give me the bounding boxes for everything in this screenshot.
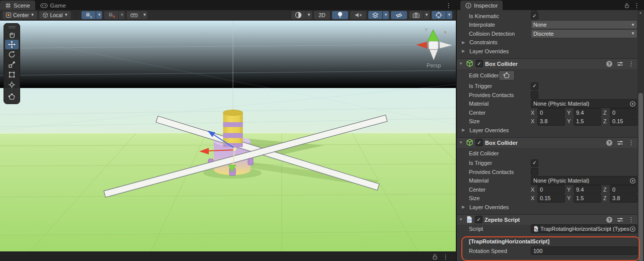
view-hand-tool[interactable] [5,30,19,39]
provides-contacts-checkbox[interactable] [531,91,538,99]
grid-snapping-dropdown[interactable]: ▼ [119,11,125,19]
draw-mode-dropdown[interactable]: ▼ [306,11,312,19]
constraints-foldout[interactable]: ▶ Constraints [457,38,637,47]
move-tool[interactable] [5,40,19,49]
projection-label[interactable]: Persp [427,62,441,68]
mode-2d-toggle[interactable]: 2D [314,11,330,19]
inspector-menu-kebab[interactable]: ⋮ [633,2,640,9]
is-kinematic-checkbox[interactable] [531,12,538,20]
pivot-mode-button[interactable]: Center ▼ [3,11,37,19]
presets-icon[interactable] [617,217,623,223]
box-collider-1-header[interactable]: ▼ Box Collider ? ⋮ [457,58,637,69]
center-y-field[interactable]: 9.4 [574,185,601,194]
foldout-open-icon[interactable]: ▼ [459,217,464,222]
scene-camera-dropdown[interactable]: ▼ [424,11,430,19]
material-field[interactable]: None (Physic Material) [531,176,637,185]
component-enabled-checkbox[interactable] [475,216,482,223]
scene-lighting-toggle[interactable] [332,11,348,19]
is-trigger-checkbox[interactable] [531,159,538,167]
component-menu-kebab[interactable]: ⋮ [628,139,634,146]
scene-menu-kebab[interactable]: ⋮ [445,2,452,9]
component-menu-kebab[interactable]: ⋮ [628,60,634,67]
size-z-field[interactable]: 3.8 [610,194,637,203]
lock-icon[interactable] [624,3,629,9]
grid-visibility-toggle[interactable]: Y [82,11,96,19]
edit-collider-button[interactable] [499,70,515,80]
size-z-field[interactable]: 0.15 [610,117,637,126]
inspector-scrollbar[interactable]: ▲ [637,10,644,261]
snap-increment-dropdown[interactable]: ▼ [141,11,147,19]
object-picker-icon[interactable] [629,226,636,232]
gizmos-toggle[interactable] [432,11,446,19]
gizmo-center-cube[interactable] [429,41,438,49]
orientation-button[interactable]: Local ▼ [39,11,71,19]
scene-audio-toggle[interactable] [350,11,366,19]
center-z-field[interactable]: 0 [610,185,637,194]
help-icon[interactable]: ? [606,217,612,223]
tab-game[interactable]: Game [35,1,71,10]
rotation-speed-field[interactable]: 100 [531,246,637,255]
component-enabled-checkbox[interactable] [475,139,483,146]
is-trigger-checkbox[interactable] [531,82,538,90]
center-y-field[interactable]: 9.4 [574,108,601,117]
script-field[interactable]: TrapRotatingHorizontalScript (Types [531,224,637,233]
tab-inspector[interactable]: Inspector [460,1,503,10]
object-picker-icon[interactable] [629,178,636,184]
scrollbar-thumb[interactable] [638,93,643,261]
material-row: Material None (Physic Material) [457,100,637,109]
help-icon[interactable]: ? [606,61,612,67]
chevron-down-icon: ▼ [31,13,35,17]
center-x-field[interactable]: 0 [537,108,565,117]
scale-tool[interactable] [5,60,19,69]
lock-icon[interactable] [432,253,438,260]
edit-collider-tool[interactable] [5,92,19,102]
transform-tool[interactable] [5,80,19,90]
component-menu-kebab[interactable]: ⋮ [628,216,634,223]
interpolate-dropdown[interactable]: None ▼ [531,20,637,29]
overlay-drag-handle[interactable] [4,25,20,29]
lower-panel-kebab[interactable]: ⋮ [442,253,449,260]
rect-tool[interactable] [5,70,19,79]
presets-icon[interactable] [617,61,623,67]
rotate-tool[interactable] [5,50,19,59]
snap-increment-button[interactable] [127,11,141,19]
center-x-field[interactable]: 0 [537,185,565,194]
layer-overrides-label: Layer Overrides [469,48,509,54]
component-enabled-checkbox[interactable] [475,60,483,67]
size-x-field[interactable]: 0.15 [537,194,565,203]
grid-visibility-dropdown[interactable]: ▼ [96,11,102,19]
scene-camera-button[interactable] [409,11,423,19]
scroll-up-arrow[interactable]: ▲ [639,11,642,14]
foldout-open-icon[interactable]: ▼ [459,140,464,145]
scene-viewport[interactable]: y x Persp [0,21,456,251]
gizmos-dropdown[interactable]: ▼ [446,11,452,19]
presets-icon[interactable] [617,140,623,146]
layer-overrides-foldout[interactable]: ▶ Layer Overrides [457,47,637,56]
layer-overrides-foldout[interactable]: ▶ Layer Overrides [457,203,637,212]
tab-scene[interactable]: Scene [0,1,35,10]
grid-snapping-toggle[interactable] [104,11,118,19]
help-icon[interactable]: ? [606,140,612,146]
foldout-arrow-icon: ▶ [462,205,467,209]
center-z-field[interactable]: 0 [610,108,637,117]
provides-contacts-checkbox[interactable] [531,168,538,176]
draw-mode-button[interactable] [291,11,305,19]
is-kinematic-label: Is Kinematic [469,13,531,19]
scene-effects-toggle[interactable] [368,11,382,19]
foldout-open-icon[interactable]: ▼ [459,61,464,66]
size-x-field[interactable]: 3.8 [537,117,565,126]
move-icon [8,41,16,48]
object-picker-icon[interactable] [629,101,636,107]
is-trigger-row: Is Trigger [457,82,637,91]
scene-visibility-toggle[interactable] [391,11,407,19]
zepeto-script-header[interactable]: ▼ Zepeto Script ? ⋮ [457,214,637,225]
box-collider-2-header[interactable]: ▼ Box Collider ? ⋮ [457,137,637,148]
material-field[interactable]: None (Physic Material) [531,99,637,108]
layer-overrides-foldout[interactable]: ▶ Layer Overrides [457,126,637,135]
is-trigger-label: Is Trigger [469,83,531,89]
scene-effects-dropdown[interactable]: ▼ [383,11,389,19]
collision-detection-dropdown[interactable]: Discrete ▼ [531,29,637,38]
size-y-field[interactable]: 1.5 [574,117,601,126]
axis-x-label: X [531,187,535,193]
size-y-field[interactable]: 1.5 [574,194,601,203]
